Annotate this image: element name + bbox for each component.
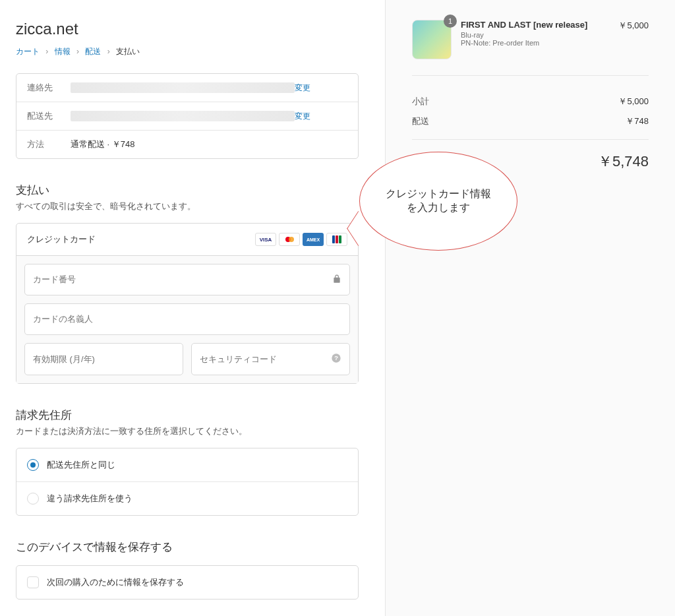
shipping-value: ￥748 — [626, 115, 649, 127]
card-name-placeholder: カードの名義人 — [33, 313, 93, 325]
remember-title: このデバイスで情報を保存する — [16, 539, 359, 555]
chevron-right-icon: › — [107, 47, 110, 56]
remember-checkbox-row[interactable]: 次回の購入のために情報を保存する — [16, 565, 359, 600]
site-title: zicca.net — [16, 20, 359, 38]
review-method-row: 方法 通常配送 · ￥748 — [16, 130, 358, 158]
annotation-callout: クレジットカード情報 を入力します — [359, 152, 517, 251]
review-contact-value — [71, 82, 295, 93]
cvv-placeholder: セキュリティコード — [200, 354, 277, 365]
review-contact-label: 連絡先 — [27, 82, 71, 94]
crumb-payment: 支払い — [116, 47, 140, 56]
jcb-icon — [326, 233, 347, 246]
cart-item-thumb: 1 — [412, 20, 452, 59]
cart-item-sub1: Blu-ray — [461, 31, 609, 39]
checkbox-icon — [27, 576, 39, 588]
review-box: 連絡先 変更 配送先 変更 方法 通常配送 · ￥748 — [16, 73, 359, 159]
billing-title: 請求先住所 — [16, 408, 359, 423]
billing-same-label: 配送先住所と同じ — [47, 459, 115, 471]
chevron-right-icon: › — [76, 47, 79, 56]
review-method-value: 通常配送 · ￥748 — [71, 139, 347, 150]
billing-same-radio[interactable]: 配送先住所と同じ — [16, 448, 358, 481]
radio-icon — [27, 493, 39, 505]
card-number-input[interactable]: カード番号 — [24, 264, 350, 295]
review-shipto-row: 配送先 変更 — [16, 102, 358, 130]
radio-icon — [27, 459, 39, 471]
subtotal-row: 小計 ￥5,000 — [412, 92, 649, 111]
lock-icon — [332, 274, 341, 286]
question-icon[interactable]: ? — [331, 353, 341, 365]
chevron-right-icon: › — [45, 47, 48, 56]
payment-header: クレジットカード VISA AMEX — [16, 224, 358, 256]
payment-header-label: クレジットカード — [27, 233, 96, 245]
shipping-label: 配送 — [412, 115, 429, 127]
card-name-input[interactable]: カードの名義人 — [24, 303, 350, 335]
mastercard-icon — [279, 233, 300, 246]
breadcrumb: カート › 情報 › 配送 › 支払い — [16, 46, 359, 57]
callout-line2: を入力します — [386, 201, 491, 215]
shipping-row: 配送 ￥748 — [412, 111, 649, 131]
subtotal-label: 小計 — [412, 96, 429, 108]
order-summary-sidebar: 1 FIRST AND LAST [new release] Blu-ray P… — [385, 0, 675, 616]
cart-item-sub2: PN-Note: Pre-order Item — [461, 39, 609, 47]
qty-badge: 1 — [444, 15, 457, 28]
payment-subtitle: すべての取引は安全で、暗号化されています。 — [16, 200, 359, 212]
expiry-placeholder: 有効期限 (月/年) — [33, 354, 95, 365]
review-shipto-label: 配送先 — [27, 110, 71, 122]
crumb-info[interactable]: 情報 — [55, 47, 71, 56]
payment-fields: カード番号 カードの名義人 有効期限 (月/年) セキュリティコード — [16, 256, 358, 383]
review-contact-row: 連絡先 変更 — [16, 74, 358, 102]
payment-title: 支払い — [16, 183, 359, 198]
cart-item: 1 FIRST AND LAST [new release] Blu-ray P… — [412, 20, 649, 76]
change-contact-link[interactable]: 変更 — [295, 82, 310, 94]
cart-item-title: FIRST AND LAST [new release] — [461, 20, 609, 30]
total-amount: ￥5,748 — [598, 152, 649, 171]
cart-item-info: FIRST AND LAST [new release] Blu-ray PN-… — [461, 20, 609, 47]
billing-radio-box: 配送先住所と同じ 違う請求先住所を使う — [16, 448, 359, 516]
billing-subtitle: カードまたは決済方法に一致する住所を選択してください。 — [16, 425, 359, 437]
cart-item-price: ￥5,000 — [618, 20, 649, 32]
subtotal-value: ￥5,000 — [618, 96, 649, 108]
review-shipto-value — [71, 111, 295, 121]
amex-icon: AMEX — [303, 233, 324, 246]
svg-text:?: ? — [334, 355, 338, 361]
remember-checkbox-label: 次回の購入のために情報を保存する — [47, 576, 184, 588]
review-method-label: 方法 — [27, 139, 71, 150]
callout-line1: クレジットカード情報 — [386, 187, 491, 201]
payment-box: クレジットカード VISA AMEX カード番号 カードの名義人 — [16, 223, 359, 384]
visa-icon: VISA — [255, 233, 276, 246]
crumb-cart[interactable]: カート — [16, 47, 40, 56]
billing-different-label: 違う請求先住所を使う — [47, 493, 132, 505]
billing-different-radio[interactable]: 違う請求先住所を使う — [16, 481, 358, 515]
change-shipto-link[interactable]: 変更 — [295, 111, 310, 122]
cvv-input[interactable]: セキュリティコード ? — [191, 343, 350, 375]
card-icons: VISA AMEX — [255, 233, 347, 246]
card-number-placeholder: カード番号 — [33, 274, 76, 286]
crumb-shipping[interactable]: 配送 — [85, 47, 101, 56]
expiry-input[interactable]: 有効期限 (月/年) — [24, 343, 183, 375]
